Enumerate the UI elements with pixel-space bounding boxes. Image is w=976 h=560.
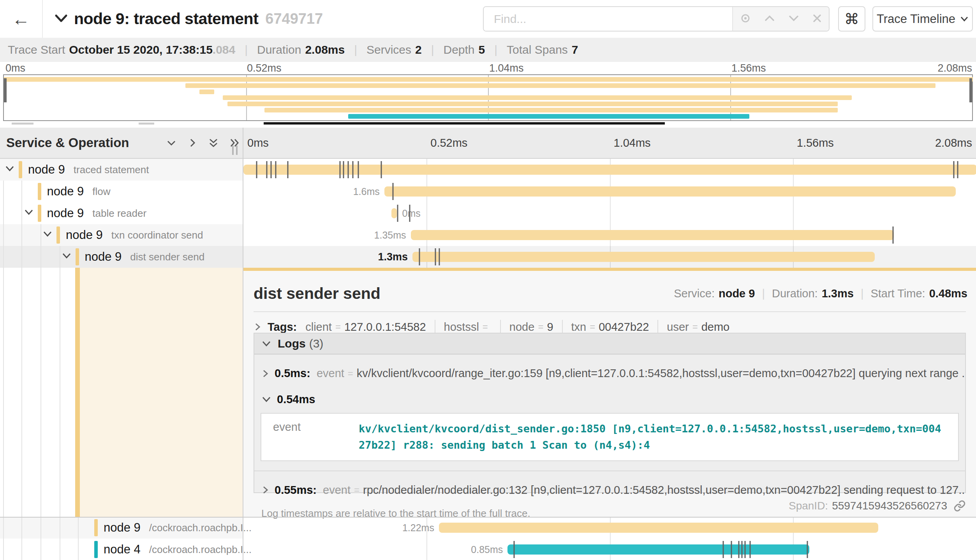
span-tree-row[interactable]: node 9table reader bbox=[0, 202, 243, 224]
log-detail-table: eventkv/kvclient/kvcoord/dist_sender.go:… bbox=[261, 413, 959, 461]
log-marker-tick bbox=[358, 161, 359, 178]
tag-item[interactable]: client=127.0.0.1:54582 bbox=[305, 320, 435, 334]
separator: | bbox=[354, 43, 357, 56]
log-marker-tick bbox=[287, 161, 288, 178]
collapse-one-icon[interactable] bbox=[165, 137, 178, 149]
find-input[interactable] bbox=[484, 7, 732, 31]
logs-section: Logs (3) 0.5ms:event=kv/kvclient/kvcoord… bbox=[254, 333, 966, 493]
span-duration-label: 1.6ms bbox=[353, 181, 380, 202]
selected-span-color-stripe bbox=[75, 268, 80, 517]
indent-guide bbox=[41, 539, 41, 560]
span-collapse-icon[interactable] bbox=[24, 208, 34, 218]
minimap-span-bar bbox=[264, 108, 838, 112]
collapse-all-icon[interactable] bbox=[207, 137, 220, 149]
span-timeline-row[interactable]: 0.85ms bbox=[243, 539, 976, 560]
time-tick-label: 2.08ms bbox=[935, 128, 972, 158]
clear-find-icon[interactable] bbox=[812, 13, 822, 25]
trace-stat-value: 2.08ms bbox=[305, 43, 345, 56]
minimap-tick-label: 1.56ms bbox=[731, 62, 766, 74]
indent-guide bbox=[41, 246, 41, 268]
tag-item[interactable]: user=demo bbox=[667, 320, 738, 334]
span-collapse-icon[interactable] bbox=[5, 165, 15, 174]
scrollbar-thumb[interactable] bbox=[264, 122, 665, 125]
separator: | bbox=[861, 287, 864, 300]
indent-guide bbox=[78, 517, 79, 539]
log-row-expanded-header[interactable]: 0.54ms bbox=[254, 391, 965, 406]
span-timeline-row[interactable]: 1.3ms bbox=[243, 246, 976, 268]
indent-guide bbox=[3, 246, 4, 268]
indent-guide bbox=[41, 224, 41, 246]
span-tree-row[interactable]: node 4/cockroach.roachpb.I... bbox=[0, 539, 243, 560]
span-tree-row[interactable]: node 9traced statement bbox=[0, 159, 243, 181]
span-detail-panel: dist sender send Service:node 9|Duration… bbox=[243, 268, 976, 517]
log-timestamp: 0.55ms: bbox=[275, 484, 317, 497]
span-tree-row[interactable]: node 9/cockroach.roachpb.I... bbox=[0, 517, 243, 539]
span-service-name: node 9dist sender send bbox=[85, 246, 205, 268]
span-timeline-row[interactable]: 0ms bbox=[243, 202, 976, 224]
log-equals: = bbox=[348, 368, 353, 379]
span-duration-bar[interactable] bbox=[391, 208, 397, 218]
log-marker-tick bbox=[381, 161, 382, 178]
tag-item[interactable]: hostssl= bbox=[444, 320, 501, 334]
minimap-span-bar bbox=[223, 95, 852, 100]
span-duration-bar[interactable] bbox=[507, 544, 809, 555]
minimap-span-bar bbox=[348, 114, 749, 119]
trace-collapse-icon[interactable] bbox=[55, 14, 68, 25]
trace-view-dropdown[interactable]: Trace Timeline bbox=[872, 6, 973, 32]
minimap-right-handle[interactable] bbox=[969, 78, 972, 102]
time-tick-label: 1.56ms bbox=[797, 128, 834, 158]
minimap-canvas[interactable] bbox=[3, 74, 973, 121]
trace-stat-value: 7 bbox=[572, 43, 578, 56]
span-tree-row[interactable]: node 9flow bbox=[0, 181, 243, 202]
span-tree-row[interactable]: node 9txn coordinator send bbox=[0, 224, 243, 246]
tag-item[interactable]: txn=00427b22 bbox=[571, 320, 659, 334]
keyboard-shortcuts-button[interactable]: ⌘ bbox=[838, 6, 865, 32]
span-timeline-row[interactable]: 1.6ms bbox=[243, 181, 976, 202]
minimap-left-handle[interactable] bbox=[4, 78, 7, 102]
indent-guide bbox=[60, 539, 60, 560]
span-color-chip bbox=[94, 519, 98, 536]
span-collapse-icon[interactable] bbox=[42, 230, 53, 239]
span-duration-bar[interactable] bbox=[412, 252, 875, 262]
column-resizer[interactable] bbox=[232, 146, 238, 155]
log-field-value: kv/kvclient/kvcoord/dist_sender.go:1850 … bbox=[359, 421, 943, 453]
scrollbar-track bbox=[12, 123, 33, 125]
log-expand-icon[interactable] bbox=[261, 369, 269, 379]
find-controls bbox=[732, 7, 829, 31]
log-row[interactable]: 0.5ms:event=kv/kvclient/kvcoord/range_it… bbox=[254, 355, 965, 391]
deep-link-icon[interactable] bbox=[953, 500, 966, 512]
tree-controls bbox=[165, 128, 241, 158]
span-duration-label: 1.3ms bbox=[378, 246, 408, 268]
log-collapse-icon[interactable] bbox=[261, 393, 271, 406]
indent-guide bbox=[21, 246, 22, 268]
span-duration-label: 0.85ms bbox=[471, 539, 503, 560]
span-duration-bar[interactable] bbox=[384, 186, 956, 197]
span-collapse-icon[interactable] bbox=[62, 252, 72, 261]
log-marker-tick bbox=[741, 541, 742, 558]
back-button[interactable]: ← bbox=[0, 0, 43, 38]
overview-label: Start Time: bbox=[870, 287, 925, 300]
span-timeline-row[interactable] bbox=[243, 159, 976, 181]
match-highlight-icon[interactable] bbox=[740, 12, 751, 26]
expand-one-icon[interactable] bbox=[186, 137, 199, 149]
indent-guide bbox=[3, 539, 4, 560]
panel-divider[interactable] bbox=[243, 128, 243, 560]
log-marker-tick bbox=[271, 161, 272, 178]
scrollbar-track bbox=[139, 123, 154, 125]
logs-header[interactable]: Logs (3) bbox=[254, 334, 965, 355]
span-duration-bar[interactable] bbox=[411, 230, 894, 240]
log-timestamp: 0.5ms: bbox=[275, 367, 310, 380]
log-expand-icon[interactable] bbox=[261, 485, 269, 495]
next-match-icon[interactable] bbox=[788, 14, 799, 24]
trace-stat-label: Duration bbox=[257, 43, 301, 56]
log-marker-tick bbox=[722, 541, 724, 558]
tag-item[interactable]: node=9 bbox=[509, 320, 563, 334]
tags-expand-icon[interactable] bbox=[254, 322, 261, 332]
indent-guide bbox=[3, 202, 4, 224]
span-service-name: node 4/cockroach.roachpb.I... bbox=[104, 539, 252, 560]
span-timeline-row[interactable]: 1.35ms bbox=[243, 224, 976, 246]
span-tree-row[interactable]: node 9dist sender send bbox=[0, 246, 243, 268]
minimap-scrollbar[interactable] bbox=[0, 122, 976, 125]
prev-match-icon[interactable] bbox=[764, 14, 775, 24]
logs-collapse-icon[interactable] bbox=[261, 340, 271, 348]
